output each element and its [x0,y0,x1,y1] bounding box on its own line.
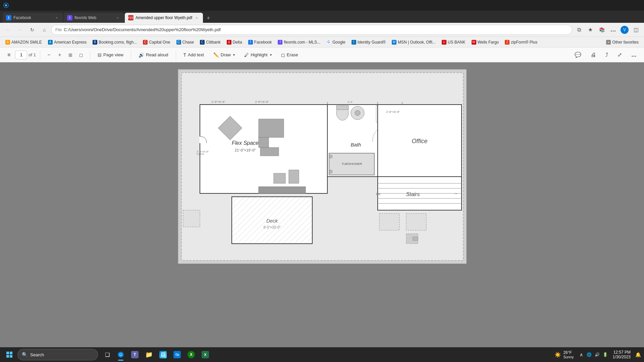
pdf-fullscreen-button[interactable]: ⤢ [614,50,625,60]
tab-pdf-close[interactable]: × [194,15,200,21]
app-photos-button[interactable]: 🖼 [156,348,170,361]
pdf-draw-icon: ✏️ [213,52,219,58]
tab-pdf[interactable]: PDF Amended upper floor Wyeth.pdf × [125,13,203,23]
pdf-more-button[interactable]: … [628,50,640,60]
tab-facebook-close[interactable]: × [54,15,60,21]
floor-plan-wrapper: Flex Space 21'-0"×19'-0" Bath [178,69,466,263]
fav-zipform[interactable]: Z zipForm® Plus [502,38,540,46]
fav-delta[interactable]: Δ Delta [224,38,245,46]
tab-flexmls-close[interactable]: × [115,15,121,21]
teams-icon: T [131,351,139,358]
taskbar-weather[interactable]: ☀️ 26°F Sunny [552,350,576,359]
app-store-button[interactable]: 🛍 [170,348,184,361]
fav-flexmls[interactable]: f flexmls.com - MLS... [275,38,323,46]
fav-capital[interactable]: C Capital One [140,38,173,46]
taskbar-clock[interactable]: 12:57 PM 1/30/2023 [610,350,633,359]
pdf-erase-button[interactable]: ◻ Erase [278,50,302,60]
favorites-button[interactable]: ★ [585,24,596,35]
fav-amazon[interactable]: A AMAZON SMILE [3,38,45,46]
tab-facebook[interactable]: f Facebook × [3,13,63,23]
home-button[interactable]: ⌂ [39,24,50,35]
floor-plan-svg: Flex Space 21'-0"×19'-0" Bath [178,69,467,264]
svg-text:→: → [453,191,458,196]
settings-button[interactable]: … [608,24,619,35]
speaker-icon[interactable]: 🔊 [594,351,601,358]
pdf-hamburger-button[interactable]: ≡ [4,50,14,60]
fav-usbank-icon: U [442,40,446,45]
pdf-divider-1 [40,50,40,60]
sidebar-toggle-button[interactable]: ◫ [631,24,641,35]
pdf-page-input[interactable]: 1 [15,51,27,59]
pdf-draw-chevron[interactable]: ▾ [233,53,235,57]
fav-msn-icon: M [392,40,396,45]
nav-bar: ← → ↻ ⌂ File C:/Users/vonni/OneDrive/Doc… [0,23,644,37]
fav-amex[interactable]: A American Express [45,38,89,46]
fav-facebook-label: Facebook [254,40,272,45]
network-icon[interactable]: 🌐 [586,351,593,358]
pdf-highlight-button[interactable]: 🖊 Highlight ▾ [241,50,275,60]
start-button[interactable] [3,348,16,361]
pdf-nav-section: ≡ 1 of 1 [4,50,36,60]
app-teams-button[interactable]: T [128,348,142,361]
pdf-share-button[interactable]: ⤴ [602,50,611,60]
back-button[interactable]: ← [3,24,13,35]
fav-facebook[interactable]: f Facebook [246,38,275,46]
app-explorer-button[interactable]: 📁 [142,348,156,361]
battery-icon[interactable]: 🔋 [602,351,609,358]
chevron-up-icon[interactable]: ∧ [578,351,585,358]
address-file-icon: File [55,27,62,32]
extensions-button[interactable]: ⧉ [574,24,584,35]
pdf-fit-page-button[interactable]: ⊞ [66,50,75,60]
pdf-page-view-button[interactable]: ◻ [76,50,86,60]
new-tab-button[interactable]: + [204,13,213,23]
profile-button[interactable]: V [619,24,630,35]
fav-identity[interactable]: I Identity Guard® [349,38,388,46]
tab-flexmls[interactable]: f flexmls Web × [64,13,124,23]
pdf-highlight-chevron[interactable]: ▾ [270,53,272,57]
fav-wells[interactable]: W Wells Fargo [469,38,502,46]
fav-amazon-icon: A [5,40,10,45]
task-view-button[interactable]: ❑ [101,348,114,361]
fav-msn[interactable]: M MSN | Outlook, Offi... [389,38,438,46]
svg-text:2'-4": 2'-4" [347,101,353,104]
office-label: Office [412,138,427,144]
pdf-zoom-out-button[interactable]: − [44,50,54,60]
pdf-add-text-icon: T [183,52,186,58]
svg-point-23 [329,170,332,173]
pdf-draw-button[interactable]: ✏️ Draw ▾ [210,50,238,60]
pdf-highlight-label: Highlight [251,52,268,57]
fav-booking[interactable]: B Booking.coms, fligh... [90,38,140,46]
pdf-read-aloud-button[interactable]: 🔊 Read aloud [135,50,172,60]
pdf-erase-icon: ◻ [281,52,285,58]
taskbar-search-bar[interactable]: 🔍 Search [17,349,98,360]
forward-button[interactable]: → [15,24,25,35]
fav-other-favorites[interactable]: » Other favorites [603,38,641,46]
fav-usbank[interactable]: U US BANK [439,38,468,46]
app-excel-button[interactable]: X [199,348,212,361]
notification-center-icon[interactable]: 🔔 [635,351,641,358]
pdf-content-area[interactable]: Flex Space 21'-0"×19'-0" Bath [0,62,644,362]
svg-rect-55 [6,352,9,354]
app-xbox-button[interactable]: X [184,348,198,361]
collections-button[interactable]: 📚 [596,24,607,35]
pdf-divider-3 [131,50,131,60]
fav-chase-icon: C [176,40,181,45]
refresh-button[interactable]: ↻ [27,24,38,35]
pdf-page-view-mode-button[interactable]: ⊟ Page view [94,50,127,60]
fav-google[interactable]: G Google [324,38,348,46]
pdf-print-button[interactable]: 🖨 [587,50,599,60]
address-bar[interactable]: File C:/Users/vonni/OneDrive/Documents/A… [51,25,572,35]
taskbar: 🔍 Search ❑ T 📁 🖼 🛍 [0,347,644,362]
fav-citi[interactable]: C Citibank [197,38,223,46]
pdf-add-text-button[interactable]: T Add text [180,50,207,60]
svg-rect-5 [259,119,284,137]
pdf-zoom-in-button[interactable]: + [55,50,64,60]
pdf-comment-button[interactable]: 💬 [571,50,585,60]
weather-info: 26°F Sunny [563,350,574,359]
windows-logo-icon [6,351,13,358]
app-edge-button[interactable] [114,348,127,361]
svg-rect-56 [10,352,12,354]
fav-chase[interactable]: C Chase [174,38,197,46]
svg-rect-49 [379,214,399,230]
title-bar [0,0,644,11]
